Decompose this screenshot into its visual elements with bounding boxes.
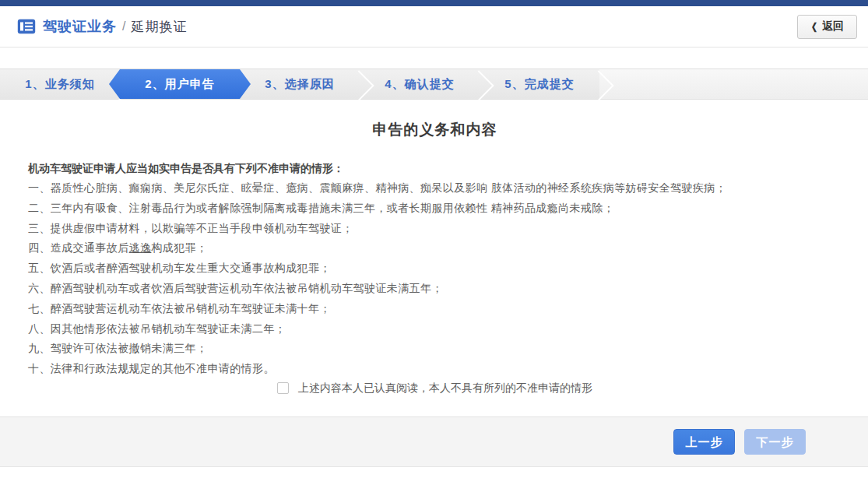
- agreement-checkbox[interactable]: [277, 382, 289, 394]
- title-separator: /: [122, 19, 125, 33]
- item-4-prefix: 四、造成交通事故后: [28, 241, 129, 254]
- declaration-item-7: 七、醉酒驾驶营运机动车依法被吊销机动车驾驶证未满十年；: [28, 299, 842, 319]
- step-label: 4、确认提交: [385, 77, 454, 92]
- stepbar-filler: [599, 69, 868, 99]
- back-button[interactable]: ❮ 返回: [797, 15, 857, 39]
- declaration-item-6: 六、醉酒驾驶机动车或者饮酒后驾驶营运机动车依法被吊销机动车驾驶证未满五年；: [28, 279, 842, 299]
- header: 驾驶证业务 / 延期换证 ❮ 返回: [0, 6, 868, 47]
- step-label: 3、选择原因: [265, 77, 334, 92]
- step-2-user-declaration[interactable]: 2、用户申告: [120, 69, 240, 99]
- declaration-item-1: 一、器质性心脏病、癫痫病、美尼尔氏症、眩晕症、癔病、震颤麻痹、精神病、痴呆以及影…: [28, 178, 842, 199]
- previous-step-button[interactable]: 上一步: [673, 429, 735, 455]
- declaration-item-8: 八、因其他情形依法被吊销机动车驾驶证未满二年；: [28, 319, 842, 339]
- chevron-left-icon: ❮: [811, 21, 817, 32]
- declaration-item-10: 十、法律和行政法规规定的其他不准申请的情形。: [28, 359, 842, 379]
- step-5-finish-submit[interactable]: 5、完成提交: [480, 69, 599, 99]
- top-accent-bar: [0, 0, 868, 6]
- declaration-item-3: 三、提供虚假申请材料，以欺骗等不正当手段申领机动车驾驶证；: [28, 219, 842, 239]
- declaration-heading: 申告的义务和内容: [28, 120, 842, 140]
- section-title: 驾驶证业务: [43, 17, 117, 36]
- declaration-item-5: 五、饮酒后或者醉酒驾驶机动车发生重大交通事故构成犯罪；: [28, 258, 842, 279]
- step-1-business-notice[interactable]: 1、业务须知: [0, 69, 120, 99]
- declaration-item-2: 二、三年内有吸食、注射毒品行为或者解除强制隔离戒毒措施未满三年，或者长期服用依赖…: [28, 199, 842, 219]
- form-list-icon: [17, 19, 36, 34]
- page-title: 延期换证: [131, 18, 187, 36]
- declaration-content: 申告的义务和内容 机动车驾驶证申请人应当如实申告是否具有下列不准申请的情形： 一…: [0, 100, 868, 395]
- declaration-intro: 机动车驾驶证申请人应当如实申告是否具有下列不准申请的情形：: [28, 158, 842, 178]
- next-step-button[interactable]: 下一步: [744, 429, 806, 455]
- declaration-item-9: 九、驾驶许可依法被撤销未满三年；: [28, 339, 842, 359]
- step-label: 5、完成提交: [504, 77, 574, 92]
- declaration-item-4: 四、造成交通事故后逃逸构成犯罪；: [28, 238, 842, 258]
- step-label: 2、用户申告: [145, 77, 214, 92]
- item-4-underlined-term: 逃逸: [129, 241, 152, 254]
- agreement-row: 上述内容本人已认真阅读，本人不具有所列的不准申请的情形: [28, 381, 842, 395]
- step-label: 1、业务须知: [25, 77, 94, 92]
- item-4-suffix: 构成犯罪；: [151, 241, 207, 254]
- back-button-label: 返回: [822, 19, 844, 33]
- step-wizard: 1、业务须知 2、用户申告 3、选择原因 4、确认提交 5、完成提交: [0, 69, 868, 100]
- step-4-confirm-submit[interactable]: 4、确认提交: [360, 69, 480, 99]
- page: 驾驶证业务 / 延期换证 ❮ 返回 1、业务须知 2、用户申告 3、选择原因 4…: [0, 0, 868, 478]
- step-3-select-reason[interactable]: 3、选择原因: [240, 69, 360, 99]
- agreement-label[interactable]: 上述内容本人已认真阅读，本人不具有所列的不准申请的情形: [298, 381, 592, 394]
- footer-action-bar: 上一步 下一步: [0, 416, 868, 467]
